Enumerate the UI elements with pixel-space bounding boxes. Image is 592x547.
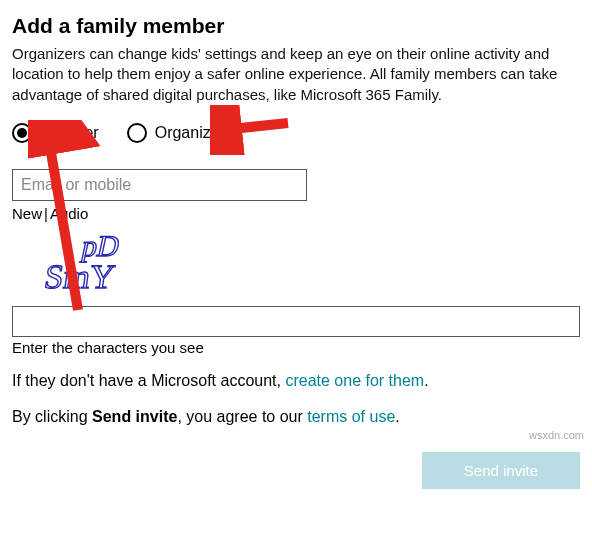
send-invite-button[interactable]: Send invite <box>422 452 580 489</box>
radio-icon <box>12 123 32 143</box>
page-title: Add a family member <box>12 14 580 38</box>
captcha-new-link[interactable]: New <box>12 205 42 222</box>
terms-suffix: . <box>395 408 399 425</box>
email-or-mobile-input[interactable] <box>12 169 307 201</box>
captcha-controls: New | Audio <box>12 205 580 222</box>
role-member-label: Member <box>40 124 99 142</box>
captcha-input[interactable] <box>12 306 580 337</box>
role-organizer-label: Organizer <box>155 124 225 142</box>
captcha-audio-link[interactable]: Audio <box>50 205 88 222</box>
terms-middle: , you agree to our <box>177 408 307 425</box>
description-text: Organizers can change kids' settings and… <box>12 44 580 105</box>
radio-icon <box>127 123 147 143</box>
captcha-glyphs: SmY <box>42 258 117 295</box>
terms-bold: Send invite <box>92 408 177 425</box>
no-account-text: If they don't have a Microsoft account, … <box>12 372 580 390</box>
create-account-link[interactable]: create one for them <box>285 372 424 389</box>
radio-dot-icon <box>17 128 27 138</box>
role-radio-organizer[interactable]: Organizer <box>127 123 225 143</box>
terms-text: By clicking Send invite, you agree to ou… <box>12 408 580 426</box>
no-account-suffix: . <box>424 372 428 389</box>
captcha-hint: Enter the characters you see <box>12 339 580 356</box>
terms-link[interactable]: terms of use <box>307 408 395 425</box>
role-radio-member[interactable]: Member <box>12 123 99 143</box>
watermark-text: wsxdn.com <box>529 429 584 441</box>
role-radio-group: Member Organizer <box>12 123 580 143</box>
button-row: Send invite <box>12 452 580 489</box>
captcha-separator: | <box>44 205 48 222</box>
terms-prefix: By clicking <box>12 408 92 425</box>
no-account-prefix: If they don't have a Microsoft account, <box>12 372 285 389</box>
captcha-image: pD SmY <box>12 226 212 298</box>
